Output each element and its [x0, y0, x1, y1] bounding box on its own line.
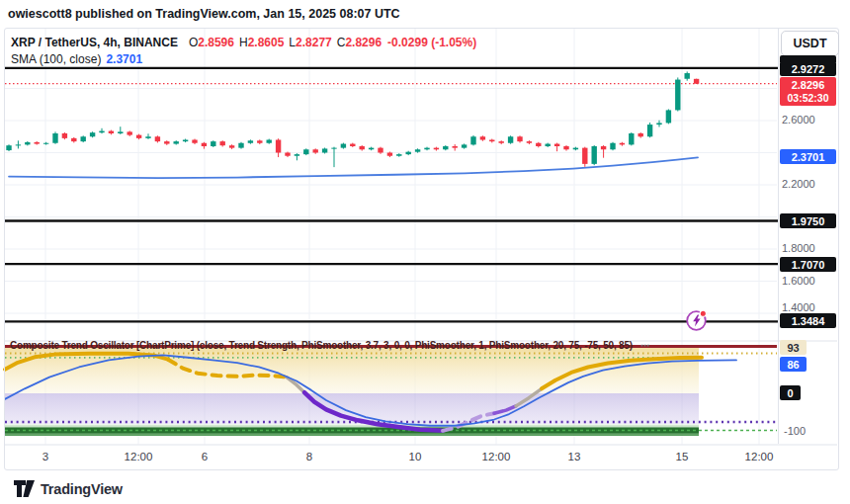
- chart-canvas[interactable]: [0, 0, 850, 504]
- candle-body: [211, 141, 215, 146]
- more-options-icon[interactable]: ⋯: [640, 340, 650, 351]
- oscillator-value-badge: 86: [780, 357, 807, 372]
- ohlc-value: 2.8605: [248, 36, 285, 49]
- price-axis-label: 1.4000: [782, 301, 815, 313]
- candle-body: [350, 144, 355, 146]
- time-axis-label: 3: [42, 451, 48, 462]
- price-axis-label: 2.2000: [782, 178, 815, 190]
- candle-body: [202, 143, 207, 146]
- candle-body: [563, 146, 568, 149]
- change-value: -0.0299 (-1.05%): [387, 36, 476, 49]
- alert-dot: [700, 310, 706, 316]
- candle-body: [313, 149, 318, 152]
- ohlc-value: 2.8596: [198, 36, 234, 49]
- candle-body: [508, 136, 513, 143]
- last-price: 2.8296: [780, 79, 836, 92]
- candle-body: [136, 135, 141, 138]
- candle-body: [174, 141, 179, 143]
- candle-body: [554, 144, 559, 146]
- candle-body: [331, 148, 336, 149]
- candle-body: [443, 146, 448, 149]
- candle-body: [656, 123, 661, 125]
- time-axis-label: 8: [306, 451, 312, 462]
- candle-body: [16, 144, 21, 145]
- candle-body: [387, 153, 392, 156]
- candle-body: [369, 148, 374, 150]
- price-badge: 1.7070: [780, 257, 836, 272]
- candle-body: [546, 144, 551, 146]
- tradingview-logo-text: TradingView: [41, 481, 123, 497]
- candle-body: [592, 146, 597, 164]
- candle-body: [694, 79, 699, 84]
- candle-body: [6, 145, 11, 150]
- candle-body: [322, 148, 327, 152]
- candle-body: [415, 149, 420, 151]
- candle-body: [573, 148, 578, 150]
- candle-body: [406, 152, 411, 154]
- candle-body: [434, 148, 439, 150]
- time-axis-label: 10: [409, 451, 422, 462]
- candle-body: [248, 140, 253, 142]
- candle-body: [90, 132, 95, 136]
- price-badge: 2.829603:52:30: [780, 77, 836, 106]
- candle-body: [341, 144, 346, 148]
- candle-body: [238, 143, 243, 148]
- candle-body: [601, 146, 606, 149]
- candle-body: [43, 143, 48, 144]
- oscillator-min-label: -100: [784, 425, 806, 437]
- ohlc-values: O2.8596H2.8605L2.8277C2.8296: [184, 36, 382, 49]
- candle-body: [620, 143, 625, 145]
- candle-body: [81, 136, 86, 141]
- oscillator-legend[interactable]: Composite Trend Oscillator [ChartPrime] …: [10, 340, 650, 351]
- drawn-level-lines: [5, 68, 778, 322]
- candle-body: [257, 140, 262, 142]
- symbol-title: XRP / TetherUS, 4h, BINANCE: [11, 36, 178, 49]
- candle-body: [610, 143, 615, 150]
- candle-body: [480, 136, 485, 139]
- oscillator-value-badge: 0: [780, 385, 801, 400]
- currency-unit-button[interactable]: USDT: [781, 31, 839, 56]
- symbol-legend[interactable]: XRP / TetherUS, 4h, BINANCEO2.8596H2.860…: [11, 36, 476, 49]
- candle-body: [52, 133, 57, 143]
- price-badge: 2.3701: [780, 149, 836, 164]
- candle-body: [582, 148, 587, 164]
- candle-body: [629, 133, 634, 144]
- sma-legend[interactable]: SMA (100, close)2.3701: [11, 52, 142, 66]
- candle-body: [462, 144, 467, 147]
- time-axis-label: 12:00: [482, 451, 511, 462]
- candle-body: [229, 145, 234, 147]
- time-axis-label: 12:00: [745, 451, 774, 462]
- candle-body: [517, 136, 522, 141]
- candle-body: [71, 138, 76, 141]
- bar-countdown: 03:52:30: [780, 92, 836, 105]
- ohlc-key: H: [239, 36, 248, 49]
- candle-body: [285, 153, 290, 156]
- candle-body: [35, 142, 40, 144]
- candle-body: [396, 154, 401, 156]
- time-axis-label: 6: [202, 451, 208, 462]
- candle-body: [527, 141, 532, 143]
- candle-body: [155, 136, 160, 141]
- time-axis-label: 13: [568, 451, 581, 462]
- candle-body: [666, 110, 671, 123]
- time-axis-label: 15: [676, 451, 689, 462]
- candle-body: [647, 125, 652, 136]
- candle-body: [638, 133, 643, 136]
- candle-body: [220, 141, 225, 145]
- candle-body: [675, 80, 680, 111]
- candle-body: [183, 140, 188, 142]
- candle-body: [378, 148, 382, 153]
- tradingview-logo-mark: [14, 480, 35, 497]
- price-badge: 1.3484: [780, 313, 836, 328]
- tradingview-logo[interactable]: TradingView: [14, 480, 123, 497]
- alert-lightning-icon[interactable]: [685, 308, 709, 332]
- oscillator-title: Composite Trend Oscillator [ChartPrime] …: [10, 340, 633, 351]
- candle-body: [303, 149, 308, 154]
- candle-body: [164, 141, 169, 143]
- candle-body: [536, 143, 541, 146]
- time-axis-label: 12:00: [125, 451, 153, 462]
- ohlc-value: 2.8277: [296, 36, 332, 49]
- price-axis-label: 1.8000: [782, 242, 815, 254]
- oscillator-value-badge: 93: [780, 340, 807, 355]
- candle-body: [470, 136, 475, 144]
